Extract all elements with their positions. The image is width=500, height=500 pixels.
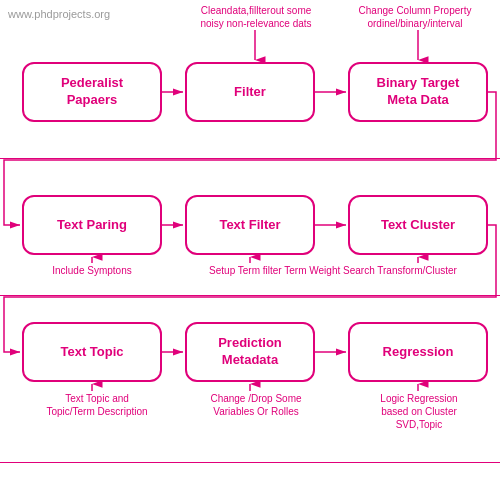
ann-change-drop: Change /Drop SomeVariables Or Rolles [182,392,330,418]
node-binary: Binary TargetMeta Data [348,62,488,122]
row-separator-2 [0,295,500,296]
node-filter: Filter [185,62,315,122]
ann-setup: Setup Term filter Term Weight Search Tra… [175,264,491,277]
row-separator-3 [0,462,500,463]
ann-cleandata: Cleandata,fillterout somenoisy non-relev… [175,4,337,30]
node-text-filter: Text Filter [185,195,315,255]
ann-change-col: Change Column Propertyordinel/binary/int… [340,4,490,30]
node-federalist: PederalistPapaers [22,62,162,122]
node-text-paring: Text Paring [22,195,162,255]
node-text-topic: Text Topic [22,322,162,382]
node-text-cluster: Text Cluster [348,195,488,255]
node-pred-meta: PredictionMetadata [185,322,315,382]
row-separator-1 [0,158,500,159]
watermark: www.phdprojects.org [8,8,110,20]
ann-text-topic: Text Topic andTopic/Term Description [22,392,172,418]
ann-logic: Logic Regressionbased on ClusterSVD,Topi… [345,392,493,431]
node-regression: Regression [348,322,488,382]
ann-include: Include Symptons [22,264,162,277]
